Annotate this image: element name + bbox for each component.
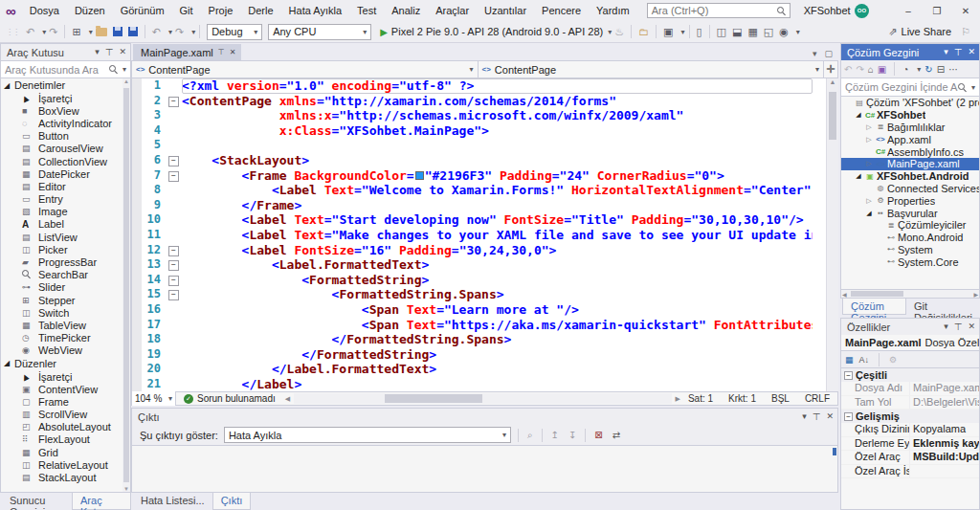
tab--kt-[interactable]: Çıktı [212,493,252,510]
expander-open-icon[interactable]: ◢ [854,111,863,119]
code-line[interactable]: 1<?xml version="1.0" encoding="utf-8" ?> [142,78,813,94]
previous-message-icon[interactable]: ↥ [551,430,559,440]
menu-proje[interactable]: Proje [201,3,241,18]
live-visual-tree-icon[interactable]: ▣ [663,26,673,38]
solution-platform-combo[interactable]: Any CPU ▾ [268,24,371,40]
solution-tree-item-connected-services[interactable]: ◍Connected Services [841,183,979,195]
document-tab[interactable]: MainPage.xaml ⊤ ✕ [133,44,241,60]
navigate-back-icon[interactable]: ↶ [26,26,34,38]
breakpoint-gutter[interactable] [132,78,142,391]
code-line[interactable]: 21 </Label> [142,377,813,391]
solution-tree-item-xfsohbet[interactable]: ◢C#XFSohbet [841,109,979,122]
code-line[interactable]: 4 x:Class="XFSohbet.MainPage"> [142,123,813,139]
find-message-icon[interactable]: ⌕ [527,430,533,441]
fold-collapse-icon[interactable] [167,168,182,184]
property-value[interactable]: MainPage.xaml [910,382,979,395]
zoom-level-combo[interactable]: 104 % ▾ [132,391,176,406]
property-value[interactable]: Eklenmiş kaynak [910,437,979,451]
toolbox-search-input[interactable]: Araç Kutusunda Ara ▾ [0,60,131,78]
expander-closed-icon[interactable]: ▷ [864,197,874,205]
toolbox-item-stacklayout[interactable]: ▤StackLayout [1,471,130,483]
property-category[interactable]: −Çeşitli [841,368,979,382]
solution-tree-item-app-xaml[interactable]: ▷<>App.xaml [841,133,979,145]
toolbox-item-activityindicator[interactable]: ◌ActivityIndicator [1,117,130,129]
property-row[interactable]: Özel Araç İsim ( [841,465,979,479]
expander-open-icon[interactable]: ◢ [854,172,863,180]
fold-collapse-icon[interactable] [167,153,182,168]
categorized-icon[interactable]: ▦ [845,355,854,365]
undo-icon[interactable]: ↶ [152,26,161,38]
toolbox-item-i̇şaretçi[interactable]: ▶İşaretçi [1,92,130,104]
android-emulator-icon[interactable]: ◱ [764,26,773,38]
toolbox-item-absolutelayout[interactable]: ◰AbsoluteLayout [1,421,130,433]
toolbox-item-label[interactable]: ALabel [1,218,130,231]
toolbox-item-stepper[interactable]: ⊞Stepper [1,294,130,306]
solution-tree-item-ba-vurular[interactable]: ◢▪▪Başvurular [841,207,979,219]
toolbox-item-timepicker[interactable]: ◷TimePicker [1,332,130,344]
account-avatar[interactable]: OO [855,4,869,18]
code-line[interactable]: 12 <Label FontSize="16" Padding="30,24,3… [142,243,813,258]
toolbox-scrollbar[interactable]: ▲▼ [122,78,130,492]
property-row[interactable]: Tam YolD:\Belgeler\Visual S [841,396,979,410]
alphabetical-sort-icon[interactable]: A↓ [859,355,870,365]
toolbox-item-i̇şaretçi[interactable]: ▶İşaretçi [1,370,130,383]
expander-open-icon[interactable]: ◢ [4,359,14,367]
pin-icon[interactable]: ⊤ [954,47,963,57]
code-line[interactable]: 3 xmlns:x="http://schemas.microsoft.com/… [142,108,813,123]
toolbox-item-listview[interactable]: ▤ListView [1,231,130,243]
tab--z-m-gezgini[interactable]: Çözüm Gezgini [842,299,906,315]
solution-tree-item-ba-ml-l-klar[interactable]: ▷≣Bağımlılıklar [841,122,979,134]
close-icon[interactable]: ✕ [826,411,834,422]
android-device-manager-icon[interactable]: ◫ [717,26,726,38]
close-icon[interactable]: ✕ [968,322,975,332]
menu-git[interactable]: Git [172,3,201,18]
forward-icon[interactable]: ↷ [856,64,863,75]
menu-derle[interactable]: Derle [240,3,280,18]
clear-all-icon[interactable]: ⊠ [594,430,602,440]
toolbox-item-boxview[interactable]: ■BoxView [1,104,130,117]
solution-explorer-title-bar[interactable]: Çözüm Gezgini ▾ ⊤ ✕ [840,43,980,60]
collapse-all-icon[interactable]: ⊟ [937,64,945,75]
chevron-down-icon[interactable]: ▾ [813,49,817,58]
property-pages-icon[interactable]: ⚙ [889,355,897,365]
property-value[interactable] [910,465,979,478]
chevron-down-icon[interactable]: ▾ [95,47,100,57]
code-line[interactable]: 15 <FormattedString.Spans> [142,287,813,302]
solution-tree-item-mono-android[interactable]: ⊷Mono.Android [841,232,979,244]
menu-hata-ayıkla[interactable]: Hata Ayıkla [281,3,349,18]
navbar-member-dropdown[interactable]: <> ContentPage ▾ [479,61,825,78]
menu-dosya[interactable]: Dosya [22,3,67,18]
maximize-button[interactable]: ❐ [923,3,951,19]
toolbox-item-picker[interactable]: ◫Picker [1,243,130,255]
toolbox-item-editor[interactable]: ▤Editor [1,180,130,192]
switch-views-icon[interactable]: ▣ [878,64,886,75]
output-content[interactable] [131,446,838,493]
toolbox-item-relativelayout[interactable]: ◫RelativeLayout [1,458,130,471]
find-in-files-icon[interactable]: 🗀 [638,26,649,37]
property-value[interactable]: Kopyalama [910,423,979,436]
home-icon[interactable]: ⌂ [868,64,874,75]
collapse-icon[interactable]: − [844,371,853,380]
code-line[interactable]: 20 </Label.FormattedText> [142,362,813,377]
solution-tree-item--z-m-xfsohbet-2-projeden[interactable]: ▤Çözüm 'XFSohbet' (2 projeden [841,97,979,109]
expander-open-icon[interactable]: ◢ [864,210,874,217]
tab-ara-kutusu[interactable]: Araç Kutusu [72,493,131,510]
start-debugging-icon[interactable]: ▶ [380,27,388,37]
toolbox-item-searchbar[interactable]: SearchBar [1,269,130,281]
collapse-icon[interactable]: − [844,412,853,421]
tab-hata-listesi-[interactable]: Hata Listesi... [133,493,212,510]
code-editor[interactable]: 1<?xml version="1.0" encoding="utf-8" ?>… [131,78,838,391]
scroll-right-icon[interactable]: ▶ [973,291,978,298]
properties-object-combo[interactable]: MainPage.xaml Dosya Özellikleri ▾ [840,335,980,351]
save-all-icon[interactable] [128,27,138,36]
menu-görünüm[interactable]: Görünüm [113,3,172,18]
toolbox-item-flexlayout[interactable]: ⠿FlexLayout [1,433,130,446]
minimize-button[interactable]: – [894,3,923,19]
menu-düzen[interactable]: Düzen [67,3,113,18]
solution-tree-item--z-mleyiciler[interactable]: ≣Çözümleyiciler [841,219,979,232]
toolbox-item-scrollview[interactable]: ▥ScrollView [1,409,130,421]
solution-tree-item-properties[interactable]: ▷⚙Properties [841,194,979,207]
code-line[interactable]: 7 <Frame BackgroundColor="#2196F3" Paddi… [142,168,813,184]
expander-closed-icon[interactable]: ▷ [864,136,874,144]
toolbox-item-image[interactable]: ▧Image [1,206,130,218]
